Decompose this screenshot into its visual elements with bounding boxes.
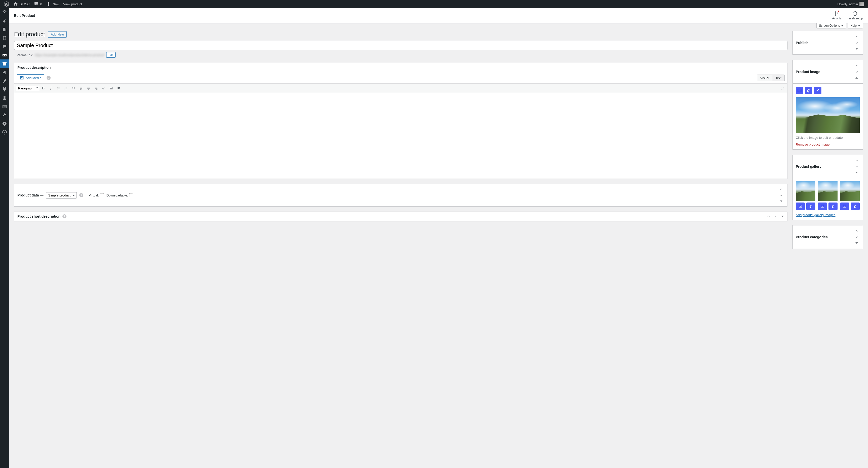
wordpress-logo[interactable] (2, 0, 11, 8)
menu-appearance[interactable] (0, 77, 9, 85)
menu-dashboard[interactable] (0, 8, 9, 17)
align-left-button[interactable] (78, 85, 85, 92)
menu-plugins[interactable] (0, 85, 9, 94)
gallery-regenerate-button[interactable] (850, 203, 860, 210)
editor-tab-visual[interactable]: Visual (757, 75, 772, 81)
panel-toggle[interactable] (854, 75, 860, 81)
user-account-link[interactable]: Howdy, admin (836, 0, 866, 8)
move-up-button[interactable] (854, 228, 860, 234)
svg-rect-10 (118, 88, 118, 89)
move-down-button[interactable] (854, 234, 860, 240)
menu-pin[interactable] (0, 17, 9, 25)
menu-media[interactable] (0, 25, 9, 34)
move-down-button[interactable] (854, 69, 860, 75)
product-title-input[interactable] (14, 41, 787, 50)
align-left-icon (79, 86, 83, 90)
panel-toggle[interactable] (854, 46, 860, 52)
activity-button[interactable]: Activity (832, 11, 842, 20)
help-icon[interactable]: ? (62, 214, 66, 218)
gallery-thumbnail[interactable] (796, 181, 815, 201)
move-up-button[interactable] (778, 186, 784, 192)
view-product-link[interactable]: View product (61, 0, 84, 8)
move-down-button[interactable] (854, 164, 860, 170)
chevron-up-icon (779, 187, 783, 191)
menu-tools[interactable] (0, 111, 9, 119)
move-down-button[interactable] (773, 213, 779, 220)
image-info-button[interactable] (796, 87, 803, 94)
gallery-info-button[interactable] (818, 203, 827, 210)
read-more-button[interactable] (108, 85, 115, 92)
move-up-button[interactable] (854, 63, 860, 69)
caret-down-icon (856, 242, 858, 244)
finish-setup-button[interactable]: Finish setup (846, 11, 863, 20)
chevron-up-icon (767, 214, 770, 218)
comments-link[interactable]: 0 (32, 0, 44, 8)
move-up-button[interactable] (854, 34, 860, 40)
admin-bar: SIRSC 0 New View product Howdy, admin (0, 0, 868, 8)
link-button[interactable] (100, 85, 107, 92)
blockquote-button[interactable] (70, 85, 77, 92)
add-new-button[interactable]: Add New (48, 31, 67, 37)
product-type-select[interactable]: Simple product (46, 192, 77, 199)
gallery-thumbnail[interactable] (840, 181, 860, 201)
menu-sirsc[interactable] (0, 102, 9, 111)
new-content-link[interactable]: New (44, 0, 61, 8)
admin-menu (0, 8, 9, 259)
panel-toggle[interactable] (854, 240, 860, 246)
menu-collapse[interactable] (0, 128, 9, 137)
numbered-list-button[interactable]: 123 (62, 85, 69, 92)
help-icon[interactable]: ? (46, 76, 51, 80)
product-image-title: Product image (796, 70, 854, 74)
gallery-thumbnail[interactable] (818, 181, 838, 201)
move-down-button[interactable] (854, 40, 860, 46)
bold-button[interactable] (40, 85, 47, 92)
help-icon[interactable]: ? (79, 193, 83, 197)
editor-content-area[interactable] (14, 93, 787, 179)
remove-product-image-link[interactable]: Remove product image (796, 143, 830, 146)
menu-products[interactable] (0, 59, 9, 68)
gallery-regenerate-button[interactable] (806, 203, 815, 210)
menu-woocommerce[interactable] (0, 51, 9, 59)
fullscreen-button[interactable] (779, 85, 786, 92)
italic-button[interactable] (47, 85, 54, 92)
move-up-button[interactable] (854, 157, 860, 164)
refresh-icon (807, 88, 811, 92)
panel-title: Product description (14, 63, 787, 72)
panel-toggle[interactable] (778, 198, 784, 204)
gallery-info-button[interactable] (840, 203, 849, 210)
menu-marketing[interactable] (0, 68, 9, 77)
toolbar-toggle-button[interactable] (115, 85, 122, 92)
site-home-link[interactable]: SIRSC (11, 0, 32, 8)
svg-point-5 (57, 89, 58, 89)
move-up-button[interactable] (766, 213, 772, 220)
gallery-info-button[interactable] (796, 203, 805, 210)
home-icon (13, 1, 18, 6)
virtual-checkbox[interactable] (100, 193, 104, 197)
image-edit-button[interactable] (814, 87, 822, 94)
menu-settings[interactable] (0, 119, 9, 128)
align-right-button[interactable] (93, 85, 100, 92)
gallery-regenerate-button[interactable] (829, 203, 838, 210)
menu-pages[interactable] (0, 34, 9, 42)
screen-options-tab[interactable]: Screen Options (816, 23, 846, 28)
downloadable-checkbox[interactable] (129, 193, 133, 197)
comment-icon (34, 1, 39, 6)
bullet-list-button[interactable] (55, 85, 62, 92)
format-select[interactable]: Paragraph (16, 86, 39, 91)
editor-tab-text[interactable]: Text (772, 75, 785, 81)
align-center-button[interactable] (85, 85, 92, 92)
permalink-edit-button[interactable]: Edit (106, 52, 116, 58)
help-tab[interactable]: Help (847, 23, 863, 28)
menu-users[interactable] (0, 94, 9, 102)
product-image-thumbnail[interactable] (796, 97, 860, 133)
move-down-button[interactable] (778, 192, 784, 198)
add-media-button[interactable]: Add Media (17, 74, 44, 81)
add-gallery-images-link[interactable]: Add product gallery images (796, 213, 836, 217)
image-regenerate-button[interactable] (805, 87, 812, 94)
plus-icon (46, 1, 51, 6)
menu-comments[interactable] (0, 42, 9, 51)
plugin-icon (2, 87, 7, 92)
panel-toggle[interactable] (854, 170, 860, 176)
refresh-icon (809, 205, 813, 208)
panel-toggle[interactable] (780, 213, 786, 220)
